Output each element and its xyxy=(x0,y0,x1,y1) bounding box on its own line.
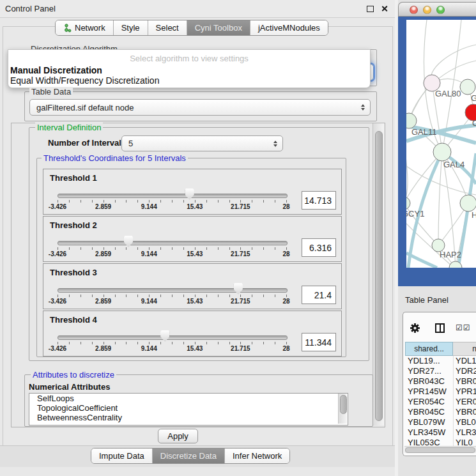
table-cell-shared-name[interactable]: YDL19... xyxy=(405,356,453,366)
tab-network[interactable]: Network xyxy=(56,20,113,35)
table-row[interactable]: YPR145WYPR1 xyxy=(405,387,476,397)
slider-tick xyxy=(92,200,93,203)
threshold-slider-thumb[interactable] xyxy=(160,330,169,342)
threshold-value-field[interactable]: 14.713 xyxy=(302,191,336,210)
thresholds-group-title: Threshold's Coordinates for 5 Intervals xyxy=(42,153,188,163)
tab-label: Select xyxy=(156,23,179,33)
table-cell-shared-name[interactable]: YER054C xyxy=(405,397,453,407)
threshold-value-field[interactable]: 6.316 xyxy=(302,238,336,257)
slider-tick xyxy=(58,342,58,344)
threshold-value-field[interactable]: 11.344 xyxy=(302,333,336,351)
table-header-shared[interactable]: shared... xyxy=(405,342,453,356)
threshold-slider-thumb[interactable] xyxy=(234,283,243,295)
table-header-name[interactable]: n xyxy=(453,342,476,356)
slider-tick xyxy=(149,200,150,203)
table-cell-shared-name[interactable]: YBR043C xyxy=(405,376,453,387)
table-row[interactable]: YBR045CYBR0 xyxy=(405,407,476,417)
attribute-list-item[interactable]: SelfLoops xyxy=(29,394,348,403)
table-cell-shared-name[interactable]: YBL079W xyxy=(405,417,453,427)
attribute-list-item[interactable]: TopologicalCoefficient xyxy=(29,403,348,413)
network-node[interactable] xyxy=(460,79,475,95)
table-cell-name[interactable]: YDR2 xyxy=(453,366,476,376)
table-row[interactable]: YBR043CYBR0 xyxy=(405,376,476,387)
slider-tick xyxy=(218,247,219,250)
slider-tick xyxy=(206,295,207,297)
threshold-slider-track[interactable] xyxy=(58,335,288,340)
table-row[interactable]: YDL19...YDL1 xyxy=(405,356,476,366)
num-intervals-value: 5 xyxy=(128,139,133,148)
tab-jactivemnodules[interactable]: jActiveMNodules xyxy=(250,20,328,35)
table-cell-name[interactable]: YER0 xyxy=(453,397,476,407)
network-window-titlebar[interactable] xyxy=(398,2,476,17)
numerical-attributes-heading: Numerical Attributes xyxy=(29,382,110,392)
tab-label: Impute Data xyxy=(99,451,144,461)
network-canvas[interactable]: GAL80GCGAL11GAL4GCY1HHAP2 xyxy=(406,20,476,268)
table-cell-name[interactable]: YLR3 xyxy=(453,427,476,438)
settings-scrollbar-thumb[interactable] xyxy=(375,131,383,421)
threshold-slider-thumb[interactable] xyxy=(124,236,133,247)
tab-discretize-data[interactable]: Discretize Data xyxy=(152,449,224,463)
attributes-group-title: Attributes to discretize xyxy=(31,370,116,380)
mac-close-icon[interactable] xyxy=(410,6,418,14)
gear-icon[interactable] xyxy=(410,323,420,334)
popup-option-manual[interactable]: Manual Discretization xyxy=(10,65,102,75)
tab-infer-network[interactable]: Infer Network xyxy=(224,449,289,463)
slider-tick-label: 21.715 xyxy=(231,203,250,210)
numerical-attributes-list[interactable]: SelfLoopsTopologicalCoefficientBetweenne… xyxy=(29,393,348,426)
threshold-slider-thumb[interactable] xyxy=(185,188,194,200)
slider-tick xyxy=(183,342,184,344)
split-columns-icon[interactable] xyxy=(435,323,445,333)
tab-impute-data[interactable]: Impute Data xyxy=(91,449,152,463)
float-window-icon[interactable] xyxy=(367,6,374,12)
table-row[interactable]: YLR345WYLR3 xyxy=(405,427,476,438)
table-cell-shared-name[interactable]: YLR345W xyxy=(405,427,453,438)
threshold-slider-track[interactable] xyxy=(58,194,288,198)
table-row[interactable]: YIL053CYIL0 xyxy=(405,438,476,446)
network-node[interactable] xyxy=(433,143,451,161)
table-hscroll-thumb[interactable] xyxy=(405,447,475,453)
popup-placeholder: Select algorithm to view settings xyxy=(8,54,370,63)
table-cell-name[interactable]: YBR0 xyxy=(453,376,476,387)
table-cell-name[interactable]: YIL0 xyxy=(453,438,476,446)
tab-style[interactable]: Style xyxy=(113,20,148,35)
attributes-list-scrollbar[interactable] xyxy=(338,394,347,424)
slider-tick-label: -3.426 xyxy=(49,345,66,352)
popup-option-equal-width[interactable]: Equal Width/Frequency Discretization xyxy=(10,75,159,86)
apply-button[interactable]: Apply xyxy=(158,429,198,443)
table-cell-name[interactable]: YPR1 xyxy=(453,387,476,397)
select-columns-checkboxes-icon[interactable]: ☑☑ xyxy=(456,323,471,332)
num-intervals-combo[interactable]: 5 xyxy=(121,135,283,151)
threshold-slider-track[interactable] xyxy=(58,241,288,245)
tab-cyni-toolbox[interactable]: Cyni Toolbox xyxy=(187,20,250,35)
slider-tick xyxy=(115,342,116,344)
attribute-list-item[interactable]: BetweennessCentrality xyxy=(29,413,348,422)
threshold-slider-track[interactable] xyxy=(58,288,288,293)
table-row[interactable]: YBL079WYBL0 xyxy=(405,417,476,427)
table-cell-shared-name[interactable]: YBR045C xyxy=(405,407,453,417)
slider-tick xyxy=(286,342,287,344)
slider-tick-label: 21.715 xyxy=(231,298,250,305)
table-cell-shared-name[interactable]: YPR145W xyxy=(405,387,453,397)
close-icon[interactable] xyxy=(380,4,388,13)
table-horizontal-scrollbar[interactable] xyxy=(404,446,476,453)
slider-tick xyxy=(240,342,241,344)
slider-tick xyxy=(69,342,70,344)
mac-zoom-icon[interactable] xyxy=(436,6,445,14)
attributes-scrollbar-thumb[interactable] xyxy=(340,395,347,414)
slider-tick xyxy=(229,295,230,297)
network-node[interactable] xyxy=(460,195,476,211)
network-node[interactable] xyxy=(406,197,410,210)
table-cell-name[interactable]: YBL0 xyxy=(453,417,476,427)
table-row[interactable]: YER054CYER0 xyxy=(405,397,476,407)
table-cell-name[interactable]: YBR0 xyxy=(453,407,476,417)
mac-minimize-icon[interactable] xyxy=(423,6,431,14)
table-row[interactable]: YDR27...YDR2 xyxy=(405,366,476,376)
threshold-value-field[interactable]: 21.4 xyxy=(302,286,336,304)
tab-select[interactable]: Select xyxy=(148,20,187,35)
table-cell-name[interactable]: YDL1 xyxy=(453,356,476,366)
combo-arrows-icon xyxy=(273,141,277,147)
table-cell-shared-name[interactable]: YIL053C xyxy=(405,438,453,446)
table-data-combo[interactable]: galFiltered.sif default node xyxy=(29,99,371,116)
table-cell-shared-name[interactable]: YDR27... xyxy=(405,366,453,376)
settings-vertical-scrollbar[interactable] xyxy=(372,123,384,426)
